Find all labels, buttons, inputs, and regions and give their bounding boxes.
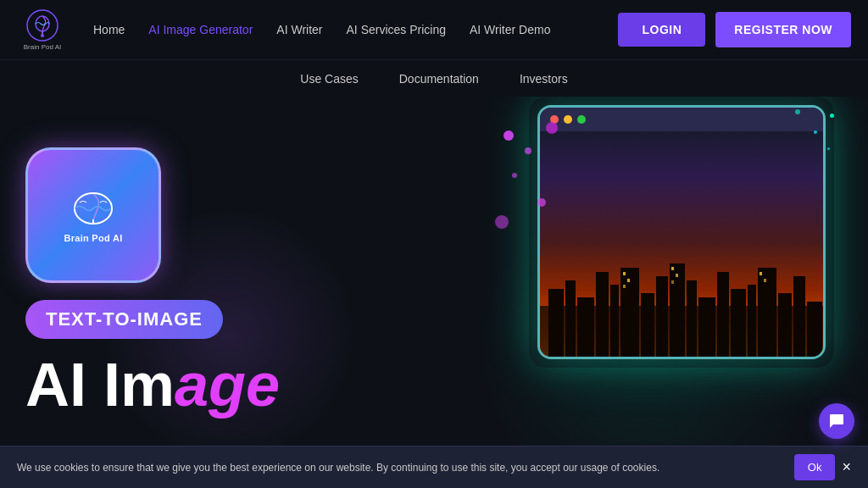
svg-rect-22 bbox=[793, 276, 805, 357]
svg-rect-9 bbox=[596, 272, 609, 357]
chat-widget-button[interactable] bbox=[819, 403, 854, 439]
phone-top-bar bbox=[540, 108, 823, 131]
cookie-close-button[interactable]: × bbox=[842, 458, 851, 476]
hero-right-content bbox=[537, 105, 843, 393]
svg-rect-17 bbox=[717, 272, 729, 357]
brand-logo-icon bbox=[26, 9, 58, 42]
hero-logo-container: Brain Pod AI bbox=[25, 147, 161, 283]
svg-rect-23 bbox=[807, 302, 822, 357]
svg-rect-29 bbox=[671, 280, 674, 284]
nav-ai-services-pricing[interactable]: AI Services Pricing bbox=[347, 23, 446, 36]
hero-logo-circle: Brain Pod AI bbox=[25, 147, 161, 283]
svg-rect-6 bbox=[548, 289, 564, 357]
hero-title: AI Image bbox=[25, 354, 364, 415]
text-to-image-badge: TEXT-TO-IMAGE bbox=[25, 300, 223, 339]
hero-logo-label: Brain Pod AI bbox=[64, 233, 122, 243]
nav-ai-writer[interactable]: AI Writer bbox=[276, 23, 322, 36]
svg-rect-18 bbox=[731, 289, 746, 357]
header-buttons: LOGIN REGISTER NOW bbox=[618, 12, 851, 47]
nav-use-cases[interactable]: Use Cases bbox=[300, 72, 358, 86]
logo[interactable]: Brain Pod AI bbox=[17, 9, 68, 51]
svg-rect-31 bbox=[764, 279, 766, 282]
svg-rect-20 bbox=[758, 268, 776, 357]
city-skyline-svg bbox=[540, 255, 823, 357]
svg-rect-27 bbox=[671, 267, 674, 270]
svg-rect-15 bbox=[687, 280, 697, 357]
register-button[interactable]: REGISTER NOW bbox=[715, 12, 851, 47]
phone-mockup bbox=[537, 105, 826, 359]
svg-rect-28 bbox=[676, 274, 678, 277]
cookie-banner: We use cookies to ensure that we give yo… bbox=[0, 446, 868, 488]
header: Brain Pod AI Home AI Image Generator AI … bbox=[0, 0, 868, 59]
svg-rect-10 bbox=[610, 285, 619, 357]
nav-documentation[interactable]: Documentation bbox=[399, 72, 479, 86]
svg-point-3 bbox=[41, 34, 44, 37]
nav-home[interactable]: Home bbox=[93, 23, 125, 36]
logo-text: Brain Pod AI bbox=[24, 43, 61, 51]
svg-rect-7 bbox=[565, 280, 576, 357]
nav-ai-image-generator[interactable]: AI Image Generator bbox=[148, 23, 253, 36]
secondary-navigation: Use Cases Documentation Investors bbox=[0, 59, 868, 97]
svg-rect-16 bbox=[698, 297, 715, 357]
login-button[interactable]: LOGIN bbox=[618, 13, 705, 47]
svg-rect-26 bbox=[623, 285, 626, 288]
main-navigation: Home AI Image Generator AI Writer AI Ser… bbox=[93, 23, 618, 36]
phone-screen-content bbox=[540, 131, 823, 357]
svg-rect-13 bbox=[656, 276, 668, 357]
svg-rect-12 bbox=[641, 293, 654, 357]
cookie-ok-button[interactable]: Ok bbox=[794, 454, 836, 480]
cookie-text: We use cookies to ensure that we give yo… bbox=[17, 462, 784, 474]
svg-rect-30 bbox=[760, 272, 762, 275]
svg-rect-8 bbox=[577, 297, 594, 357]
dot-yellow bbox=[564, 115, 572, 124]
svg-rect-21 bbox=[778, 293, 792, 357]
hero-left-content: Brain Pod AI TEXT-TO-IMAGE AI Image bbox=[25, 147, 364, 415]
svg-rect-19 bbox=[748, 285, 756, 357]
hero-title-pink: age bbox=[175, 351, 280, 419]
brain-icon bbox=[68, 187, 119, 230]
hero-section: Brain Pod AI TEXT-TO-IMAGE AI Image bbox=[0, 97, 868, 446]
svg-rect-14 bbox=[670, 263, 685, 357]
svg-rect-24 bbox=[623, 272, 626, 275]
nav-ai-writer-demo[interactable]: AI Writer Demo bbox=[470, 23, 550, 36]
hero-title-white: AI Im bbox=[25, 351, 175, 419]
nav-investors[interactable]: Investors bbox=[520, 72, 568, 86]
svg-rect-25 bbox=[627, 279, 630, 282]
chat-icon bbox=[828, 413, 845, 430]
dot-green bbox=[577, 115, 586, 124]
